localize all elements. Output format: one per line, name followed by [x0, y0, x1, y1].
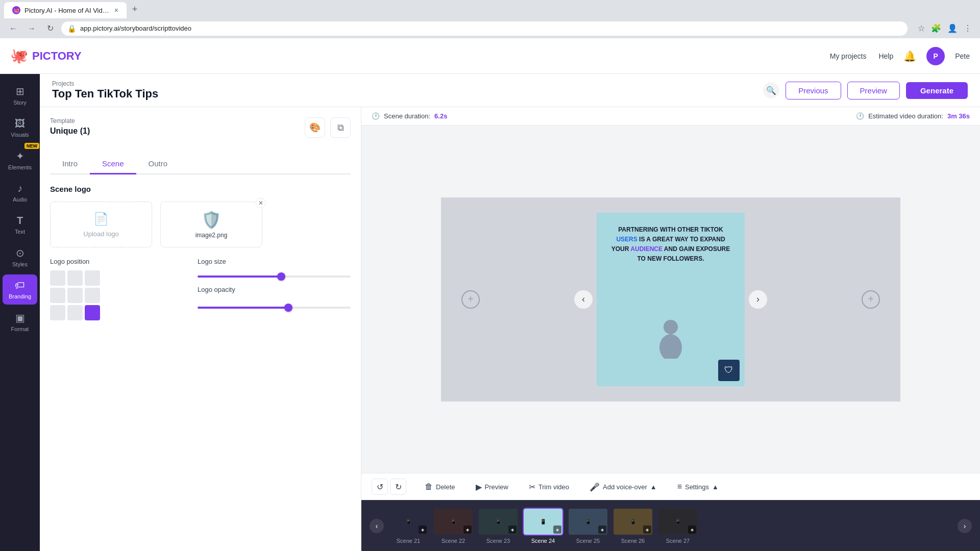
timeline-label-25: Scene 25 — [576, 538, 600, 544]
text-icon: T — [17, 215, 23, 227]
logo-filename: image2.png — [195, 232, 228, 239]
nav-reload-button[interactable]: ↻ — [43, 21, 57, 36]
nav-forward-button[interactable]: → — [24, 21, 39, 36]
search-button[interactable]: 🔍 — [763, 82, 779, 98]
thumb-icon-21: 📱 — [405, 519, 411, 524]
help-link[interactable]: Help — [878, 52, 893, 60]
generate-button[interactable]: Generate — [906, 82, 968, 99]
url-bar[interactable]: 🔒 app.pictory.ai/storyboard/scripttovide… — [61, 21, 908, 36]
position-cell-7[interactable] — [67, 305, 83, 320]
add-voice-over-button[interactable]: 🎤 Add voice-over ▲ — [583, 479, 663, 495]
timeline-scene-22[interactable]: 📱 ◈ Scene 22 — [433, 508, 474, 544]
rotate-left-button[interactable]: ↺ — [372, 479, 388, 495]
url-lock-icon: 🔒 — [67, 24, 76, 33]
sidebar-item-elements[interactable]: NEW ✦ Elements — [3, 145, 37, 176]
tab-close-button[interactable]: × — [114, 6, 118, 14]
timeline-next-button[interactable]: › — [958, 519, 972, 533]
scene-duration-label: Scene duration: — [384, 112, 430, 120]
nav-back-button[interactable]: ← — [6, 21, 20, 36]
voice-over-label: Add voice-over — [603, 483, 647, 491]
position-cell-2[interactable] — [85, 270, 100, 286]
position-cell-8[interactable] — [85, 305, 100, 320]
highlight-users: USERS — [616, 236, 637, 243]
svg-point-0 — [664, 320, 678, 334]
logo-remove-button[interactable]: ✕ — [256, 198, 266, 208]
previous-button[interactable]: Previous — [786, 82, 841, 99]
upload-logo-button[interactable]: 📄 Upload logo — [50, 202, 152, 247]
sidebar-item-text[interactable]: T Text — [3, 210, 37, 240]
timeline-thumb-27: 📱 ◈ — [657, 508, 698, 536]
timeline-scene-24[interactable]: 📱 ◈ Scene 24 — [523, 508, 564, 544]
highlight-audience: AUDIENCE — [630, 245, 663, 253]
new-badge: NEW — [24, 143, 39, 149]
clock-icon-2: 🕐 — [856, 112, 864, 120]
browser-extension-icon[interactable]: 🧩 — [929, 21, 943, 35]
active-tab[interactable]: 🐙 Pictory.AI - Home of AI Video Ed... × — [4, 2, 127, 18]
browser-profile-icon[interactable]: 👤 — [945, 21, 960, 35]
settings-button[interactable]: ≡ Settings ▲ — [671, 479, 725, 494]
position-cell-6[interactable] — [50, 305, 65, 320]
app: 🐙 PICTORY My projects Help 🔔 P Pete ⊞ St… — [0, 38, 980, 551]
audio-icon: ♪ — [17, 183, 22, 194]
app-header: 🐙 PICTORY My projects Help 🔔 P Pete — [0, 38, 980, 74]
logo-opacity-slider[interactable] — [198, 307, 351, 309]
timeline-thumb-24: 📱 ◈ — [523, 508, 564, 536]
timeline-scene-23[interactable]: 📱 ◈ Scene 23 — [478, 508, 519, 544]
position-cell-4[interactable] — [67, 288, 83, 303]
visuals-icon: 🖼 — [15, 118, 25, 130]
timeline-scene-21[interactable]: 📱 ◈ Scene 21 — [388, 508, 429, 544]
my-projects-link[interactable]: My projects — [830, 52, 867, 60]
sidebar-item-styles[interactable]: ⊙ Styles — [3, 242, 37, 272]
sidebar-item-format[interactable]: ▣ Format — [3, 307, 37, 337]
position-cell-0[interactable] — [50, 270, 65, 286]
branding-icon: 🏷 — [15, 280, 25, 291]
duplicate-icon-button[interactable]: ⧉ — [330, 117, 351, 138]
delete-button[interactable]: 🗑 Delete — [419, 479, 461, 494]
panel-tabs: Intro Scene Outro — [50, 154, 351, 174]
nav-arrow-right[interactable]: › — [749, 290, 767, 309]
toolbar-preview-button[interactable]: ▶ Preview — [470, 479, 514, 495]
preview-bar: 🕐 Scene duration: 6.2s 🕐 Estimated video… — [361, 107, 980, 126]
sidebar-item-audio[interactable]: ♪ Audio — [3, 178, 37, 208]
sidebar-item-visuals[interactable]: 🖼 Visuals — [3, 113, 37, 143]
position-cell-1[interactable] — [67, 270, 83, 286]
sidebar-item-story[interactable]: ⊞ Story — [3, 80, 37, 111]
position-cell-3[interactable] — [50, 288, 65, 303]
url-text: app.pictory.ai/storyboard/scripttovideo — [80, 24, 191, 32]
timeline-scene-26[interactable]: 📱 ◈ Scene 26 — [612, 508, 653, 544]
browser-menu-icon[interactable]: ⋮ — [962, 21, 974, 35]
preview-button[interactable]: Preview — [847, 82, 900, 99]
palette-icon-button[interactable]: 🎨 — [305, 117, 325, 138]
voice-over-chevron: ▲ — [650, 483, 657, 491]
user-avatar[interactable]: P — [926, 47, 945, 65]
add-scene-right-button[interactable]: + — [862, 290, 880, 309]
tab-scene[interactable]: Scene — [90, 154, 136, 174]
add-scene-left-button[interactable]: + — [461, 290, 480, 309]
tab-outro[interactable]: Outro — [136, 154, 180, 174]
bell-icon[interactable]: 🔔 — [903, 50, 916, 62]
tab-intro[interactable]: Intro — [50, 154, 90, 174]
nav-arrow-left[interactable]: ‹ — [574, 290, 593, 309]
template-header: Template Unique (1) 🎨 ⧉ — [50, 117, 351, 144]
layers-icon-21: ◈ — [419, 525, 427, 534]
timeline-prev-button[interactable]: ‹ — [370, 519, 384, 533]
overlay-21: ◈ — [419, 525, 427, 534]
logo-opacity-slider-container — [198, 298, 351, 311]
sidebar-item-branding[interactable]: 🏷 Branding — [3, 274, 37, 305]
new-tab-button[interactable]: + — [128, 2, 142, 16]
logo-position-grid — [50, 270, 185, 320]
sidebar-story-label: Story — [13, 99, 27, 106]
timeline-scene-27[interactable]: 📱 ◈ Scene 27 — [657, 508, 698, 544]
sidebar-text-label: Text — [15, 229, 25, 235]
timeline-label-24: Scene 24 — [531, 538, 555, 544]
position-cell-5[interactable] — [85, 288, 100, 303]
settings-chevron: ▲ — [712, 483, 719, 491]
rotate-right-button[interactable]: ↻ — [390, 479, 406, 495]
browser-bookmark-icon[interactable]: ☆ — [916, 21, 927, 35]
logo-preview-box[interactable]: ✕ 🛡️ image2.png — [160, 202, 262, 247]
logo-size-slider[interactable] — [198, 276, 351, 278]
timeline-scene-25[interactable]: 📱 ◈ Scene 25 — [568, 508, 608, 544]
timeline: ‹ 📱 ◈ — [361, 500, 980, 551]
trim-video-button[interactable]: ✂ Trim video — [523, 479, 575, 495]
thumb-icon-25: 📱 — [585, 519, 591, 524]
